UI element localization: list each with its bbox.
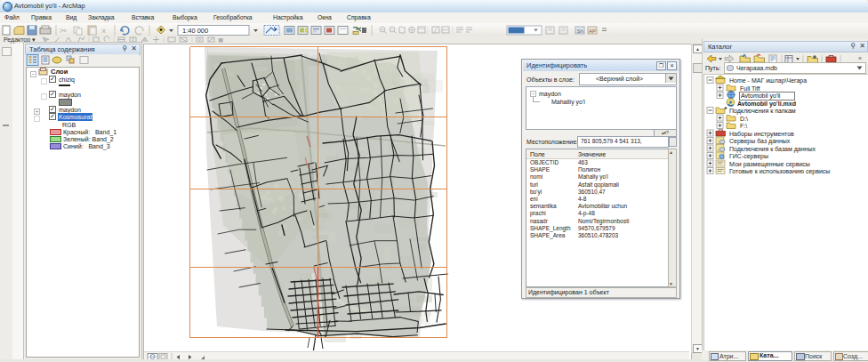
svg-text:Sh: Sh (577, 28, 583, 34)
svg-text:AP: AP (589, 28, 596, 34)
svg-text:✂: ✂ (60, 26, 67, 36)
svg-text:»: » (858, 55, 862, 61)
svg-text:≡: ≡ (219, 36, 223, 44)
svg-text:×: × (101, 27, 106, 36)
svg-text:1:40 000: 1:40 000 (182, 27, 208, 35)
